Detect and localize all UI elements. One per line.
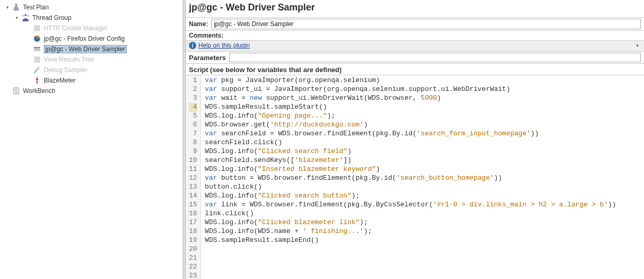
name-row: Name: xyxy=(186,17,644,30)
debug-icon xyxy=(32,66,42,74)
svg-point-3 xyxy=(28,15,29,17)
spacer xyxy=(25,25,31,31)
code-content[interactable]: var pkg = JavaImporter(org.openqa.seleni… xyxy=(201,75,616,279)
test-plan-tree: ▾ Test Plan ▾ Thread Group HTTP Cookie M… xyxy=(0,0,183,279)
parameters-row: Parameters xyxy=(186,52,644,64)
tree-item-firefox-driver[interactable]: jp@gc - Firefox Driver Config xyxy=(2,33,183,44)
cookie-icon xyxy=(32,24,42,32)
script-label: Script (see below for variables that are… xyxy=(186,64,644,75)
tree-item-thread-group[interactable]: ▾ Thread Group xyxy=(2,13,183,23)
svg-rect-4 xyxy=(34,25,40,31)
firefox-icon xyxy=(32,34,42,43)
parameters-input[interactable] xyxy=(229,53,641,62)
blazemeter-icon xyxy=(32,76,42,85)
sampler-icon xyxy=(32,45,42,53)
spacer xyxy=(4,88,10,94)
name-label: Name: xyxy=(189,20,208,28)
tree-label: WorkBench xyxy=(23,87,55,95)
tree-label: jp@gc - Web Driver Sampler xyxy=(44,45,127,53)
comments-row: Comments: xyxy=(186,30,644,41)
page-title: jp@gc - Web Driver Sampler xyxy=(186,0,644,17)
tree-label: Thread Group xyxy=(32,14,71,21)
tree-item-test-plan[interactable]: ▾ Test Plan xyxy=(2,2,183,13)
spacer xyxy=(25,77,31,84)
svg-rect-8 xyxy=(34,56,40,63)
svg-point-1 xyxy=(25,14,27,16)
tree-label: jp@gc - Firefox Driver Config xyxy=(44,35,125,42)
editor-panel: jp@gc - Web Driver Sampler Name: Comment… xyxy=(186,0,644,279)
chevron-down-icon[interactable]: ▾ xyxy=(636,43,641,48)
workbench-icon xyxy=(11,87,21,95)
parameters-label: Parameters xyxy=(189,54,226,62)
tree-label: View Results Tree xyxy=(44,56,94,63)
svg-point-2 xyxy=(22,15,24,17)
help-row: i Help on this plugin ▾ xyxy=(186,41,644,52)
tree-item-workbench[interactable]: WorkBench xyxy=(2,86,183,96)
tree-item-webdriver-sampler[interactable]: jp@gc - Web Driver Sampler xyxy=(2,44,183,54)
svg-point-9 xyxy=(38,67,40,70)
spacer xyxy=(25,46,31,52)
tree-item-cookie-manager[interactable]: HTTP Cookie Manager xyxy=(2,23,183,33)
help-link[interactable]: Help on this plugin xyxy=(198,42,250,49)
flask-icon xyxy=(11,3,21,11)
tree-label: Test Plan xyxy=(23,4,49,11)
spacer xyxy=(25,67,31,73)
thread-group-icon xyxy=(21,14,30,22)
spacer xyxy=(25,36,31,42)
collapse-icon[interactable]: ▾ xyxy=(4,4,10,10)
collapse-icon[interactable]: ▾ xyxy=(14,15,20,21)
tree-item-blazemeter[interactable]: BlazeMeter xyxy=(2,75,183,86)
script-editor[interactable]: 1234567891011121314151617181920212223 va… xyxy=(186,75,644,279)
line-gutter: 1234567891011121314151617181920212223 xyxy=(186,75,201,279)
results-icon xyxy=(32,55,42,64)
info-icon: i xyxy=(189,42,196,49)
tree-label: HTTP Cookie Manager xyxy=(44,25,108,32)
tree-item-debug-sampler[interactable]: Debug Sampler xyxy=(2,65,183,75)
tree-item-view-results[interactable]: View Results Tree xyxy=(2,54,183,65)
comments-label: Comments: xyxy=(189,32,223,39)
svg-rect-0 xyxy=(15,4,17,5)
tree-label: Debug Sampler xyxy=(44,66,87,74)
svg-rect-7 xyxy=(34,47,40,48)
spacer xyxy=(25,56,31,63)
name-input[interactable] xyxy=(211,19,641,29)
tree-label: BlazeMeter xyxy=(44,77,76,84)
